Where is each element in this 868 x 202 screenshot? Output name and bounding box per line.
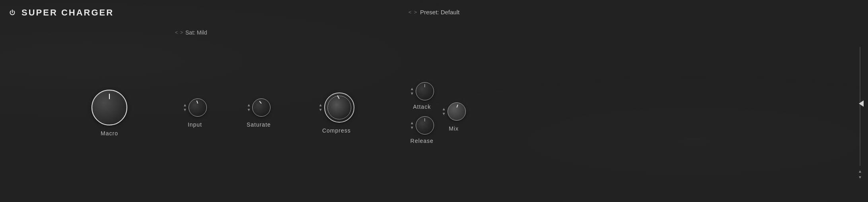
preset-prev-arrow[interactable]: <: [409, 9, 412, 15]
saturate-group: ▲ ▼ Saturate: [247, 98, 271, 128]
slider-thumb[interactable]: [859, 100, 864, 107]
power-button[interactable]: [8, 8, 17, 17]
attack-knob[interactable]: [416, 82, 434, 100]
compress-stepper: ▲ ▼: [319, 103, 323, 112]
mix-knob[interactable]: [448, 102, 466, 121]
release-up-arrow[interactable]: ▲: [410, 121, 414, 125]
preset-area: < > Preset: Default: [409, 9, 459, 15]
input-with-arrows: ▲ ▼: [183, 98, 207, 117]
input-section: ▲ ▼ Input: [183, 98, 207, 128]
preset-nav: < > Preset: Default: [409, 9, 459, 15]
attack-with-arrows: ▲ ▼: [410, 82, 434, 100]
saturate-with-arrows: ▲ ▼: [247, 98, 271, 117]
preset-next-arrow[interactable]: >: [414, 9, 417, 15]
mix-with-arrows: ▲ ▼: [442, 102, 466, 121]
slider-arrows: ▲ ▼: [858, 169, 862, 179]
input-knob[interactable]: [189, 98, 207, 117]
release-label: Release: [411, 138, 434, 144]
input-label: Input: [188, 121, 202, 128]
release-knob-area: ▲ ▼ Release: [410, 116, 434, 144]
mix-group: ▲ ▼ Mix: [442, 102, 466, 132]
output-slider: ▲ ▼: [852, 24, 868, 202]
attack-up-arrow[interactable]: ▲: [410, 87, 414, 91]
main-content: < > Sat: Mild Macro ▲ ▼: [0, 24, 868, 202]
sat-prev-arrow[interactable]: <: [175, 30, 178, 35]
knobs-layout: Macro ▲ ▼ Input: [12, 82, 856, 144]
saturate-stepper: ▲ ▼: [247, 103, 251, 112]
macro-group: Macro: [91, 90, 127, 137]
plugin-header: SUPER CHARGER < > Preset: Default: [0, 0, 868, 24]
right-section: ▲ ▼ Attack: [410, 82, 466, 144]
compress-knob-wrapper: [324, 92, 354, 123]
compress-group: ▲ ▼ Compress: [319, 92, 354, 134]
saturate-up-arrow[interactable]: ▲: [247, 103, 251, 107]
compress-section: ▲ ▼ Compress: [319, 92, 354, 134]
mix-stepper: ▲ ▼: [442, 107, 446, 116]
sat-label-area: < > Sat: Mild: [175, 29, 207, 36]
attack-knob-area: ▲ ▼ Attack: [410, 82, 434, 110]
slider-track[interactable]: [860, 47, 860, 166]
compress-with-arrows: ▲ ▼: [319, 92, 354, 123]
input-down-arrow[interactable]: ▼: [183, 108, 187, 112]
input-up-arrow[interactable]: ▲: [183, 103, 187, 107]
macro-knob[interactable]: [91, 90, 127, 125]
saturate-knob[interactable]: [252, 98, 271, 117]
compress-down-arrow[interactable]: ▼: [319, 108, 323, 112]
slider-up-arrow[interactable]: ▲: [858, 169, 862, 173]
compress-knob-inner: [327, 96, 351, 119]
preset-label[interactable]: Preset: Default: [420, 9, 459, 15]
attack-stepper: ▲ ▼: [410, 87, 414, 96]
compress-up-arrow[interactable]: ▲: [319, 103, 323, 107]
mix-label: Mix: [449, 125, 459, 132]
attack-release-col: ▲ ▼ Attack: [410, 82, 434, 144]
attack-down-arrow[interactable]: ▼: [410, 92, 414, 96]
mix-up-arrow[interactable]: ▲: [442, 107, 446, 111]
attack-group: ▲ ▼ Attack: [410, 82, 434, 110]
attack-label: Attack: [413, 104, 431, 110]
plugin-title: SUPER CHARGER: [21, 8, 114, 18]
saturate-section: ▲ ▼ Saturate: [247, 98, 271, 128]
input-stepper: ▲ ▼: [183, 103, 187, 112]
release-group: ▲ ▼ Release: [410, 116, 434, 144]
release-knob[interactable]: [416, 116, 434, 135]
sat-next-arrow[interactable]: >: [180, 30, 183, 35]
input-group: ▲ ▼ Input: [183, 98, 207, 128]
sat-value: Sat: Mild: [185, 29, 207, 36]
slider-down-arrow[interactable]: ▼: [858, 175, 862, 179]
compress-label: Compress: [322, 127, 351, 134]
saturate-down-arrow[interactable]: ▼: [247, 108, 251, 112]
release-down-arrow[interactable]: ▼: [410, 126, 414, 130]
release-with-arrows: ▲ ▼: [410, 116, 434, 135]
header-left: SUPER CHARGER: [8, 8, 114, 18]
release-stepper: ▲ ▼: [410, 121, 414, 130]
macro-label: Macro: [101, 130, 118, 137]
mix-down-arrow[interactable]: ▼: [442, 112, 446, 116]
saturate-label: Saturate: [247, 121, 271, 128]
